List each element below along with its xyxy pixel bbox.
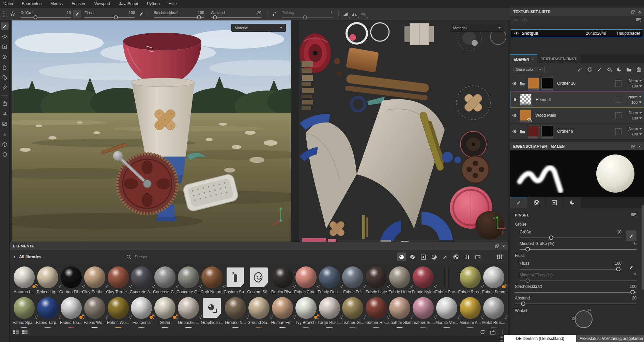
slider-track[interactable] bbox=[520, 238, 622, 238]
symmetry-settings-icon[interactable] bbox=[359, 10, 368, 18]
material-item[interactable]: Graphic to... bbox=[200, 297, 224, 325]
material-item[interactable]: Baked Lig... bbox=[36, 266, 59, 294]
menu-item-hilfe[interactable]: Hilfe bbox=[169, 1, 177, 6]
layer-thumbnail[interactable] bbox=[520, 94, 532, 105]
menu-item-bearbeiten[interactable]: Bearbeiten bbox=[22, 1, 42, 6]
toolbar-slider-fluss[interactable]: Fluss100 bbox=[81, 10, 138, 18]
new-folder-icon[interactable] bbox=[490, 330, 495, 335]
material-item[interactable]: Leather Gr... bbox=[341, 297, 364, 325]
slider-mindestfluss[interactable]: Mindest-Fluss (%)5 bbox=[520, 273, 637, 281]
polygon-fill-tool[interactable] bbox=[1, 53, 9, 61]
material-item[interactable]: Medium A... bbox=[459, 297, 482, 325]
material-item[interactable]: Fabric Linen bbox=[388, 266, 411, 294]
slider-knob[interactable] bbox=[630, 290, 635, 294]
material-item[interactable]: Carbon Fiber bbox=[60, 266, 83, 294]
material-item[interactable]: Fabric Wo... bbox=[107, 297, 130, 325]
image-frame-icon[interactable] bbox=[1, 120, 9, 128]
material-item[interactable]: Fabric Top... bbox=[60, 297, 83, 325]
magic-wand-icon[interactable] bbox=[577, 67, 582, 72]
slider-abstand[interactable]: Abstand20 bbox=[515, 296, 637, 304]
smart-material-icon[interactable] bbox=[587, 67, 592, 72]
menu-item-viewport[interactable]: Viewport bbox=[94, 1, 110, 6]
material-item[interactable]: Denim Rivet bbox=[271, 266, 294, 294]
procedural-filter-icon[interactable] bbox=[462, 253, 471, 261]
library-selector[interactable]: All libraries bbox=[14, 255, 123, 259]
layer-thumbnail[interactable] bbox=[528, 126, 539, 137]
slider-track[interactable] bbox=[282, 17, 333, 18]
material-item[interactable]: Ground Sa... bbox=[247, 297, 271, 325]
toolbar-slider-abstand[interactable]: Abstand20 bbox=[208, 10, 265, 18]
resources-sync-icon[interactable] bbox=[1, 110, 9, 117]
angle-dial[interactable] bbox=[575, 310, 593, 328]
opacity-dropdown[interactable]: 100 bbox=[632, 116, 642, 120]
shader-mode-dropdown-2d[interactable]: Material bbox=[450, 24, 504, 32]
layer-row[interactable]: Ordner 10Norm100 bbox=[510, 76, 644, 92]
float-panel-icon[interactable] bbox=[631, 10, 635, 14]
close-panel-icon[interactable]: × bbox=[502, 244, 505, 249]
scrollbar[interactable] bbox=[642, 205, 644, 290]
slider-knob[interactable] bbox=[114, 15, 118, 19]
fill-layer-icon[interactable] bbox=[607, 67, 612, 72]
alpha-tab[interactable] bbox=[528, 197, 546, 208]
material-item[interactable]: Fabric Den... bbox=[318, 266, 341, 294]
viewport-2d[interactable]: V U Material bbox=[299, 20, 508, 242]
eye-icon[interactable] bbox=[512, 114, 518, 117]
brush-tab[interactable] bbox=[510, 197, 528, 208]
angle-handle[interactable] bbox=[572, 317, 575, 320]
tab-textur-set-einst[interactable]: TEXTUR-SET-EINST. bbox=[537, 54, 580, 63]
material-sphere-icon[interactable] bbox=[1, 151, 9, 158]
float-panel-icon[interactable] bbox=[631, 145, 635, 148]
stroke-shape-icon[interactable] bbox=[8, 10, 17, 18]
toolbar-slider-gre[interactable]: Größe10 bbox=[17, 10, 74, 18]
close-panel-icon[interactable]: × bbox=[638, 144, 641, 149]
texture-filter-icon[interactable] bbox=[473, 253, 482, 261]
search-input[interactable]: Suchen bbox=[126, 255, 394, 259]
slider-knob[interactable] bbox=[213, 15, 217, 19]
pen-pressure-icon[interactable] bbox=[626, 262, 637, 273]
list-view-icon[interactable] bbox=[13, 330, 19, 334]
alpha-filter-icon[interactable] bbox=[451, 253, 460, 261]
material-item[interactable]: Fabric Tarp... bbox=[36, 297, 59, 325]
pen-pressure-icon[interactable] bbox=[137, 10, 145, 18]
slider-knob[interactable] bbox=[521, 302, 525, 306]
material-item[interactable]: Fabric Felt bbox=[341, 266, 364, 294]
slider-knob[interactable] bbox=[525, 278, 530, 283]
material-item[interactable]: Ivy Branch bbox=[294, 297, 318, 325]
slider-fluss[interactable]: Fluss100 bbox=[520, 261, 622, 270]
eye-icon[interactable] bbox=[512, 98, 518, 101]
blend-mode-dropdown[interactable]: Norm bbox=[629, 79, 642, 83]
opacity-dropdown[interactable]: 100 bbox=[632, 132, 642, 136]
slider-knob[interactable] bbox=[303, 15, 307, 19]
material-item[interactable]: Metal Brus... bbox=[482, 297, 505, 325]
material-item[interactable]: Fabric Cott... bbox=[294, 266, 318, 294]
visibility-all-icon[interactable] bbox=[513, 18, 518, 22]
toolbar-slider-strichdeckkraft[interactable]: Strichdeckkraft100 bbox=[150, 10, 208, 18]
brush-filter-icon[interactable] bbox=[441, 253, 449, 261]
material-item[interactable]: Leather Su... bbox=[412, 297, 435, 325]
lazy-mouse-icon[interactable] bbox=[341, 10, 350, 18]
material-tab[interactable] bbox=[563, 197, 581, 208]
list-options-icon[interactable] bbox=[635, 18, 641, 22]
material-item[interactable]: Concrete C... bbox=[177, 266, 200, 294]
menu-item-python[interactable]: Python bbox=[147, 1, 159, 6]
material-item[interactable]: Marble Vei... bbox=[435, 297, 458, 325]
material-item[interactable]: Autumn L... bbox=[13, 266, 36, 294]
material-item[interactable]: Leather Re... bbox=[365, 297, 388, 325]
solo-icon[interactable]: 1 bbox=[522, 18, 527, 22]
spacing-dots-icon[interactable] bbox=[270, 10, 279, 18]
slider-knob[interactable] bbox=[33, 15, 37, 19]
material-item[interactable]: Fabric Lace bbox=[365, 266, 388, 294]
material-item[interactable]: Large Rust... bbox=[318, 297, 341, 325]
slider-track[interactable] bbox=[20, 17, 71, 18]
blend-mode-dropdown[interactable]: Norm bbox=[628, 95, 642, 99]
folder-icon[interactable] bbox=[626, 67, 632, 72]
filter-filter-icon[interactable] bbox=[430, 253, 439, 261]
stamp-dim-icon[interactable] bbox=[1, 130, 9, 138]
angle-handle[interactable] bbox=[588, 309, 591, 311]
slider-mindestgre[interactable]: Mindest-Größe (%)5 bbox=[520, 241, 637, 250]
menu-item-datei[interactable]: Datei bbox=[3, 1, 13, 6]
slider-knob[interactable] bbox=[525, 247, 530, 251]
slider-track[interactable] bbox=[154, 17, 204, 18]
material-item[interactable]: Glitter bbox=[153, 297, 177, 325]
panel-menu-icon[interactable] bbox=[631, 213, 637, 217]
